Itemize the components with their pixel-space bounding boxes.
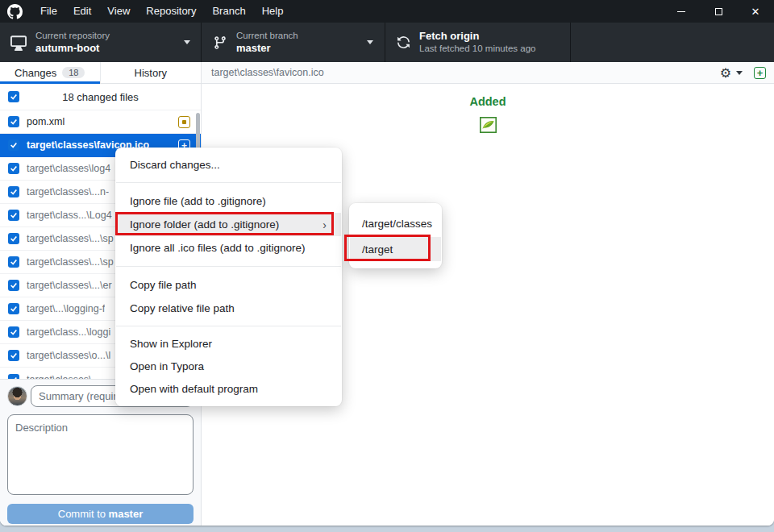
menu-item-discard-changes[interactable]: Discard changes... xyxy=(116,153,341,177)
menu-help[interactable]: Help xyxy=(254,0,292,23)
desktop-icon xyxy=(10,35,27,51)
tab-bar: Changes 18 History xyxy=(0,62,202,84)
fetch-origin-text: Fetch origin Last fetched 10 minutes ago xyxy=(419,30,536,55)
checkbox-icon[interactable] xyxy=(8,303,19,314)
current-repository-label: Current repository xyxy=(35,30,110,41)
add-file-icon[interactable]: + xyxy=(754,67,766,79)
menu-item-label: Ignore folder (add to .gitignore) xyxy=(130,218,279,231)
github-logo-icon xyxy=(7,4,23,19)
commit-button-prefix: Commit to xyxy=(58,508,109,520)
context-menu: Discard changes... Ignore file (add to .… xyxy=(115,148,342,406)
fetch-origin-title: Fetch origin xyxy=(419,30,536,43)
file-name: target\classes\...n- xyxy=(27,186,109,197)
menu-branch[interactable]: Branch xyxy=(204,0,253,23)
dropdown-caret-icon xyxy=(184,40,190,44)
menu-item-show-in-explorer[interactable]: Show in Explorer xyxy=(116,332,341,355)
checkbox-icon[interactable] xyxy=(8,163,19,174)
file-name: target\...\logging-f xyxy=(27,303,105,314)
commit-button[interactable]: Commit to master xyxy=(7,504,194,524)
menu-item-open-with-default-program[interactable]: Open with default program xyxy=(116,377,341,401)
menu-item-ignore-folder[interactable]: Ignore folder (add to .gitignore) › xyxy=(116,213,341,236)
current-branch-label: Current branch xyxy=(236,30,298,41)
current-branch-button[interactable]: Current branch master xyxy=(202,23,385,62)
current-repository-text: Current repository autumn-boot xyxy=(35,30,110,55)
file-name: pom.xml xyxy=(27,116,64,127)
checkbox-icon[interactable] xyxy=(8,350,19,361)
file-name: target\class...\Log4 xyxy=(27,210,112,221)
checkbox-icon[interactable] xyxy=(8,233,19,244)
changes-count-badge: 18 xyxy=(62,67,85,78)
current-repository-value: autumn-boot xyxy=(35,42,110,55)
commit-description-input[interactable] xyxy=(7,414,194,495)
app-window: File Edit View Repository Branch Help ✕ … xyxy=(0,0,774,532)
checkbox-icon[interactable] xyxy=(8,116,19,127)
menu-separator xyxy=(116,266,341,267)
checkbox-icon[interactable] xyxy=(8,280,19,291)
submenu-arrow-icon: › xyxy=(322,218,327,231)
menu-bar: File Edit View Repository Branch Help ✕ xyxy=(0,0,774,23)
submenu-item-target-classes[interactable]: /target/classes xyxy=(350,211,441,235)
commit-button-branch: master xyxy=(109,508,144,520)
menu-item-copy-file-path[interactable]: Copy file path xyxy=(116,273,341,297)
menu-separator xyxy=(116,326,341,326)
menu-file[interactable]: File xyxy=(32,0,65,23)
file-name: target\classes\...\sp xyxy=(27,256,114,268)
github-desktop-window: File Edit View Repository Branch Help ✕ … xyxy=(0,0,774,526)
sync-icon xyxy=(397,35,410,49)
menu-item-open-in-typora[interactable]: Open in Typora xyxy=(116,355,341,378)
fetch-origin-button[interactable]: Fetch origin Last fetched 10 minutes ago xyxy=(385,23,571,62)
minimize-button[interactable] xyxy=(663,0,700,23)
added-status-label: Added xyxy=(202,95,774,108)
menu-edit[interactable]: Edit xyxy=(65,0,99,23)
close-icon: ✕ xyxy=(751,6,760,17)
file-row-pom[interactable]: pom.xml xyxy=(0,110,201,134)
dropdown-caret-icon xyxy=(367,40,373,44)
menu-repository[interactable]: Repository xyxy=(138,0,204,23)
file-name: target\classes\...\er xyxy=(27,280,112,291)
tab-changes-label: Changes xyxy=(15,67,56,79)
menu-item-copy-relative-file-path[interactable]: Copy relative file path xyxy=(116,297,341,320)
menu-item-ignore-file[interactable]: Ignore file (add to .gitignore) xyxy=(116,189,341,213)
current-branch-value: master xyxy=(236,42,298,55)
git-branch-icon xyxy=(213,35,227,50)
checkbox-icon[interactable] xyxy=(8,326,19,338)
current-branch-text: Current branch master xyxy=(236,30,298,55)
gear-caret-icon[interactable] xyxy=(736,71,743,75)
checkbox-icon[interactable] xyxy=(8,139,19,151)
modified-status-icon xyxy=(178,116,190,128)
file-path-header: target\classes\favicon.ico ⚙ + xyxy=(202,62,774,84)
avatar xyxy=(7,386,27,406)
maximize-icon xyxy=(715,8,722,15)
toolbar: Current repository autumn-boot Current b… xyxy=(0,23,774,62)
menu-view[interactable]: View xyxy=(99,0,138,23)
maximize-button[interactable] xyxy=(700,0,737,23)
current-repository-button[interactable]: Current repository autumn-boot xyxy=(0,23,202,62)
checkbox-icon[interactable] xyxy=(8,186,19,197)
window-controls: ✕ xyxy=(663,0,774,23)
tab-changes[interactable]: Changes 18 xyxy=(0,62,101,83)
submenu-item-target[interactable]: /target xyxy=(350,237,441,261)
gear-icon[interactable]: ⚙ xyxy=(720,67,731,80)
header-actions: ⚙ + xyxy=(720,62,766,84)
menu-item-ignore-ico-files[interactable]: Ignore all .ico files (add to .gitignore… xyxy=(116,236,341,260)
checkbox-icon[interactable] xyxy=(8,256,19,268)
file-name: target\class...\loggi xyxy=(27,326,110,338)
checkbox-icon[interactable] xyxy=(8,210,19,221)
favicon-preview-image xyxy=(480,117,497,133)
tab-history[interactable]: History xyxy=(101,62,202,83)
file-name: target\classes\log4 xyxy=(27,163,110,174)
menu-separator xyxy=(116,182,341,183)
ignore-folder-submenu: /target/classes /target xyxy=(349,203,442,268)
fetch-origin-subtitle: Last fetched 10 minutes ago xyxy=(419,43,536,54)
file-name: target\classes\o...\l xyxy=(27,350,110,361)
changed-files-summary: 18 changed files xyxy=(0,91,201,103)
close-button[interactable]: ✕ xyxy=(737,0,774,23)
changed-files-summary-row[interactable]: 18 changed files xyxy=(0,84,201,110)
minimize-icon xyxy=(677,11,685,12)
file-name: target\classes\...\sp xyxy=(27,233,114,244)
file-path: target\classes\favicon.ico xyxy=(211,67,324,78)
tab-history-label: History xyxy=(135,67,167,79)
